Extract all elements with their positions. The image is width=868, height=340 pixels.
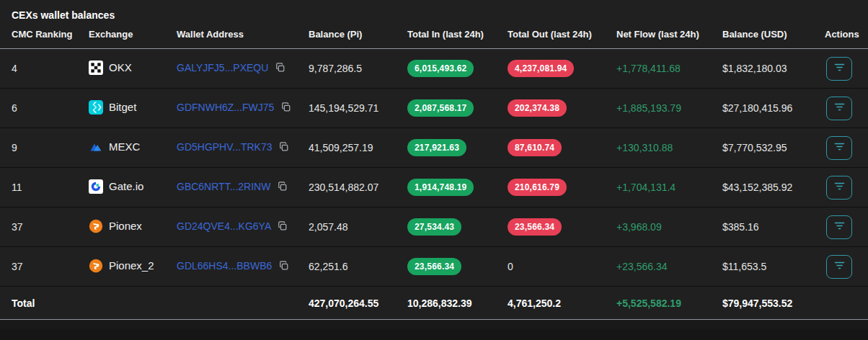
exchange-name: Pionex_2 [109, 259, 154, 272]
exchange-cell: Gate.io [77, 168, 165, 207]
exchange-logo-icon [89, 140, 103, 154]
table-row: 4 OKX GALYJFJ5...PXEQU 9,787,286.5 6,015… [0, 49, 868, 89]
cmc-ranking-value: 37 [12, 261, 23, 272]
balance-usd-value: $7,770,532.95 [722, 142, 787, 153]
column-header-wallet-address: Wallet Address [165, 29, 297, 49]
wallet-address-link[interactable]: GALYJFJ5...PXEQU [177, 62, 268, 73]
balance-pi-cell: 2,057.48 [297, 207, 396, 247]
filter-action-button[interactable] [826, 255, 852, 279]
table-row: 37 Pionex_2 GDL66HS4...BBWB6 62,251.6 23… [0, 247, 868, 287]
total-in-badge: 217,921.63 [407, 139, 466, 156]
cex-wallet-balances-panel: CEXs wallet balances CMC Ranking Exchang… [0, 0, 868, 329]
total-in-cell: 23,566.34 [396, 247, 496, 287]
column-header-actions: Actions [813, 29, 868, 49]
table-row: 11 Gate.io GBC6NRTT...2RINW 230,514,882.… [0, 168, 868, 207]
total-out-badge: 4,237,081.94 [508, 60, 574, 77]
total-out-cell: 202,374.38 [496, 89, 605, 128]
wallet-address-cell: GDL66HS4...BBWB6 [165, 247, 297, 287]
cmc-ranking-value: 6 [12, 102, 17, 114]
balance-pi-cell: 62,251.6 [297, 247, 396, 287]
actions-cell [813, 168, 868, 207]
wallet-address-link[interactable]: GDFNWH6Z...FWJ75 [177, 102, 274, 113]
wallet-address-link[interactable]: GD24QVE4...KG6YA [177, 220, 270, 232]
total-out-cell: 4,237,081.94 [496, 49, 605, 89]
wallet-address-link[interactable]: GBC6NRTT...2RINW [177, 181, 270, 192]
filter-action-button[interactable] [826, 57, 852, 81]
table-row: 37 Pionex GD24QVE4...KG6YA 2,057.48 27,5… [0, 207, 868, 247]
column-header-exchange: Exchange [77, 29, 165, 49]
total-in-cell: 217,921.63 [396, 128, 496, 168]
balance-usd-value: $43,152,385.92 [722, 182, 792, 193]
wallet-address-link[interactable]: GDL66HS4...BBWB6 [177, 260, 272, 272]
total-out-badge: 23,566.34 [508, 218, 562, 236]
exchange-cell: Bitget [77, 89, 165, 128]
net-flow-cell: +23,566.34 [605, 247, 711, 287]
column-header-total-in: Total In (last 24h) [396, 29, 496, 49]
wallet-address-cell: GBC6NRTT...2RINW [165, 168, 297, 207]
balance-pi-value: 145,194,529.71 [309, 102, 378, 114]
net-flow-cell: +1,704,131.4 [605, 168, 711, 207]
cmc-ranking-cell: 6 [0, 89, 77, 128]
exchange-logo-icon [89, 219, 103, 233]
filter-icon [834, 102, 845, 114]
cmc-ranking-cell: 11 [0, 168, 77, 207]
total-out-cell: 23,566.34 [496, 207, 605, 247]
copy-icon[interactable] [278, 182, 288, 194]
wallet-address-cell: GD5HGPHV...TRK73 [165, 128, 297, 168]
filter-action-button[interactable] [826, 176, 852, 200]
wallet-balances-table: CMC Ranking Exchange Wallet Address Bala… [0, 29, 868, 320]
filter-action-button[interactable] [826, 215, 852, 239]
net-flow-value: +1,704,131.4 [616, 182, 676, 193]
column-header-balance-pi: Balance (Pi) [297, 29, 396, 49]
exchange-cell: MEXC [77, 128, 165, 168]
balance-pi-cell: 41,509,257.19 [297, 128, 396, 168]
net-flow-cell: +130,310.88 [605, 128, 711, 168]
wallet-address-cell: GALYJFJ5...PXEQU [165, 49, 297, 89]
copy-icon[interactable] [279, 142, 289, 154]
cmc-ranking-cell: 9 [0, 128, 77, 168]
exchange-logo-icon [89, 179, 103, 194]
total-out-badge: 0 [508, 261, 513, 272]
actions-cell [813, 128, 868, 168]
cmc-ranking-value: 37 [12, 221, 23, 233]
balance-usd-value: $1,832,180.03 [722, 63, 787, 74]
balance-pi-value: 41,509,257.19 [309, 142, 373, 153]
actions-cell [813, 247, 868, 287]
balance-usd-value: $385.16 [722, 221, 759, 233]
total-in-sum: 10,286,832.39 [396, 287, 496, 320]
cmc-ranking-cell: 37 [0, 207, 77, 247]
net-flow-cell: +3,968.09 [605, 207, 711, 247]
total-out-cell: 0 [496, 247, 605, 287]
balance-pi-cell: 230,514,882.07 [297, 168, 396, 207]
balance-pi-value: 9,787,286.5 [309, 63, 362, 74]
filter-action-button[interactable] [826, 97, 852, 120]
exchange-cell: OKX [77, 49, 165, 89]
exchange-cell: Pionex_2 [77, 247, 165, 287]
copy-icon[interactable] [275, 63, 285, 75]
filter-icon [834, 142, 845, 153]
balance-pi-value: 62,251.6 [309, 261, 348, 272]
exchange-name: Bitget [109, 101, 136, 113]
net-flow-value: +23,566.34 [616, 261, 667, 272]
total-row: Total 427,070,264.55 10,286,832.39 4,761… [0, 287, 868, 320]
exchange-name: Pionex [109, 220, 142, 232]
exchange-name: MEXC [109, 140, 140, 153]
total-out-badge: 202,374.38 [508, 99, 567, 117]
net-flow-value: +1,885,193.79 [616, 102, 681, 114]
total-in-badge: 2,087,568.17 [407, 99, 474, 117]
filter-action-button[interactable] [826, 136, 852, 160]
balance-usd-cell: $1,832,180.03 [711, 49, 813, 89]
wallet-address-cell: GD24QVE4...KG6YA [165, 207, 297, 247]
balance-usd-cell: $11,653.5 [711, 247, 813, 287]
copy-icon[interactable] [281, 102, 291, 115]
total-balance-usd: $79,947,553.52 [711, 287, 813, 320]
wallet-address-link[interactable]: GD5HGPHV...TRK73 [177, 141, 273, 153]
total-net-flow: +5,525,582.19 [605, 287, 711, 320]
copy-icon[interactable] [278, 221, 288, 233]
cmc-ranking-value: 4 [12, 63, 17, 74]
copy-icon[interactable] [279, 261, 289, 273]
total-in-badge: 6,015,493.62 [407, 60, 474, 77]
net-flow-value: +130,310.88 [616, 142, 673, 153]
table-row: 6 Bitget GDFNWH6Z...FWJ75 145,194,529.71… [0, 89, 868, 128]
table-row: 9 MEXC GD5HGPHV...TRK73 41,509,257.19 21… [0, 128, 868, 168]
